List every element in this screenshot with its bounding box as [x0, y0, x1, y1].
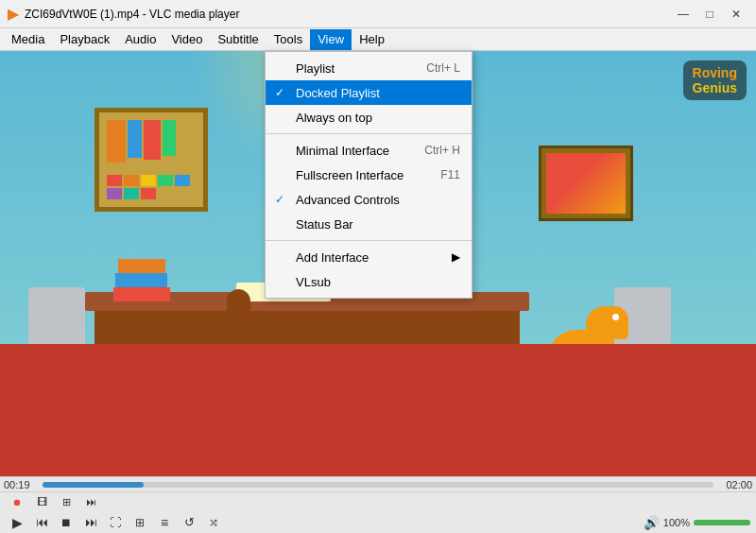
menu-docked-playlist[interactable]: ✓ Docked Playlist	[266, 80, 472, 105]
status-bar-label: Status Bar	[296, 217, 353, 232]
vlsub-label: VLsub	[296, 275, 331, 289]
snapshot-button[interactable]: 🎞	[30, 492, 53, 511]
menu-media[interactable]: Media	[4, 29, 52, 50]
fullscreen-button[interactable]: ⛶	[104, 513, 127, 532]
picture-frame	[539, 146, 633, 221]
color-patches	[107, 175, 192, 199]
playlist-label: Playlist	[296, 61, 335, 76]
play-button[interactable]: ▶	[6, 513, 28, 532]
volume-area: 🔊 100%	[644, 515, 750, 530]
fullscreen-label: Fullscreen Interface	[296, 168, 404, 182]
menu-bar: Media Playback Audio Video Subtitle Tool…	[0, 28, 756, 51]
volume-icon: 🔊	[644, 515, 660, 530]
next-button[interactable]: ⏭	[79, 513, 102, 532]
loop-button[interactable]: ↺	[178, 513, 200, 532]
menu-advanced-controls[interactable]: ✓ Advanced Controls	[266, 187, 472, 212]
menu-add-interface[interactable]: Add Interface ▶	[266, 245, 472, 269]
always-on-top-label: Always on top	[296, 111, 372, 125]
main-controls-row: ▶ ⏮ ⏹ ⏭ ⛶ ⊞ ≡ ↺ ⤮ 🔊 100%	[0, 511, 756, 533]
menu-fullscreen-interface[interactable]: Fullscreen Interface F11	[266, 163, 472, 187]
title-text: ZCI69dVtW0E (1).mp4 - VLC media player	[25, 8, 671, 21]
next-frame-button[interactable]: ⏭	[79, 492, 102, 511]
desk-books	[113, 249, 189, 301]
volume-label: 100%	[663, 517, 690, 528]
window-controls: — □ ✕	[671, 4, 748, 25]
volume-bar[interactable]	[694, 520, 750, 525]
separator-2	[266, 240, 472, 241]
menu-status-bar[interactable]: Status Bar	[266, 212, 472, 236]
menu-minimal-interface[interactable]: Minimal Interface Ctrl+ H	[266, 138, 472, 163]
loop-ab-button[interactable]: ⊞	[55, 492, 77, 511]
menu-help[interactable]: Help	[352, 29, 392, 50]
book	[144, 120, 161, 160]
add-interface-label: Add Interface	[296, 250, 369, 265]
shuffle-button[interactable]: ⤮	[202, 513, 225, 532]
close-button[interactable]: ✕	[724, 4, 748, 25]
playlist-button[interactable]: ≡	[153, 513, 176, 532]
logo-line2: Genius	[693, 80, 737, 95]
menu-always-on-top[interactable]: Always on top	[266, 105, 472, 129]
advanced-check: ✓	[275, 193, 284, 206]
desk-object	[227, 289, 250, 313]
book	[128, 120, 142, 158]
add-interface-arrow: ▶	[452, 250, 460, 264]
volume-fill	[694, 520, 750, 525]
docked-playlist-check: ✓	[275, 86, 284, 99]
menu-video[interactable]: Video	[163, 29, 210, 50]
menu-view[interactable]: View	[310, 29, 352, 50]
roving-genius-logo: Roving Genius	[683, 60, 747, 100]
progress-bar[interactable]	[43, 482, 713, 488]
extra-controls-row: ⏺ 🎞 ⊞ ⏭	[0, 492, 756, 511]
logo-line1: Roving	[693, 65, 737, 80]
progress-fill	[43, 482, 144, 488]
stop-button[interactable]: ⏹	[55, 513, 77, 532]
total-time: 02:00	[719, 479, 752, 490]
minimal-label: Minimal Interface	[296, 144, 389, 158]
bottom-controls: ⏺ 🎞 ⊞ ⏭ ▶ ⏮ ⏹ ⏭ ⛶ ⊞ ≡ ↺ ⤮ 🔊 100%	[0, 491, 756, 533]
minimal-shortcut: Ctrl+ H	[424, 144, 460, 157]
title-bar: ▶ ZCI69dVtW0E (1).mp4 - VLC media player…	[0, 0, 756, 28]
app-icon: ▶	[8, 5, 19, 23]
prev-button[interactable]: ⏮	[30, 513, 53, 532]
progress-bar-area: 00:19 02:00	[0, 476, 756, 491]
book	[163, 120, 176, 156]
book	[107, 120, 126, 163]
bookshelf	[94, 108, 208, 212]
minimize-button[interactable]: —	[671, 4, 696, 25]
current-time: 00:19	[4, 479, 37, 490]
menu-subtitle[interactable]: Subtitle	[210, 29, 266, 50]
bg-floor	[0, 344, 756, 476]
picture	[546, 153, 626, 214]
advanced-label: Advanced Controls	[296, 193, 400, 207]
menu-vlsub[interactable]: VLsub	[266, 269, 472, 294]
maximize-button[interactable]: □	[697, 4, 722, 25]
extended-settings-button[interactable]: ⊞	[129, 513, 151, 532]
menu-tools[interactable]: Tools	[266, 29, 310, 50]
separator-1	[266, 133, 472, 134]
fullscreen-shortcut: F11	[440, 168, 460, 181]
menu-playlist[interactable]: Playlist Ctrl+ L	[266, 56, 472, 80]
view-dropdown-menu: Playlist Ctrl+ L ✓ Docked Playlist Alway…	[265, 51, 472, 299]
menu-audio[interactable]: Audio	[117, 29, 163, 50]
record-button[interactable]: ⏺	[6, 492, 28, 511]
playlist-shortcut: Ctrl+ L	[426, 61, 460, 75]
docked-playlist-label: Docked Playlist	[296, 86, 380, 100]
menu-playback[interactable]: Playback	[52, 29, 117, 50]
